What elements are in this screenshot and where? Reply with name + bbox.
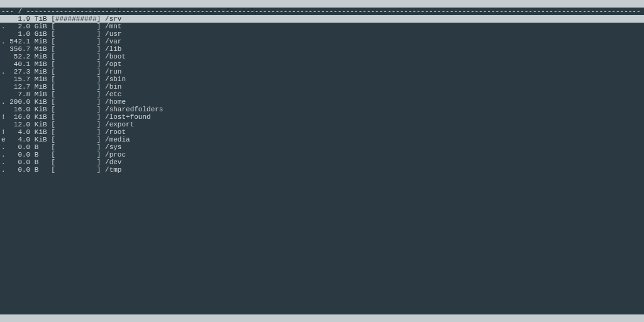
list-row[interactable]: . 2.0 GiB [ ] /mnt [0,23,644,30]
list-row[interactable]: 12.0 KiB [ ] /export [0,121,644,128]
list-row[interactable]: 7.8 MiB [ ] /etc [0,91,644,98]
list-row[interactable]: . 0.0 B [ ] /dev [0,158,644,166]
title-bar: ncdu 1.13 ~ Use the arrow keys to naviga… [0,0,644,8]
list-row[interactable]: 40.1 MiB [ ] /opt [0,60,644,68]
list-row[interactable]: 15.7 MiB [ ] /sbin [0,75,644,83]
list-row[interactable]: e 4.0 KiB [ ] /media [0,136,644,143]
list-row[interactable]: 1.9 TiB [##########] /srv [0,15,644,23]
list-row[interactable]: . 0.0 B [ ] /tmp [0,166,644,174]
list-row[interactable]: . 542.1 MiB [ ] /var [0,38,644,45]
directory-listing[interactable]: 1.9 TiB [##########] /srv. 2.0 GiB [ ] /… [0,15,644,174]
list-row[interactable]: ! 16.0 KiB [ ] /lost+found [0,113,644,121]
list-row[interactable]: ! 4.0 KiB [ ] /root [0,128,644,136]
list-row[interactable]: 12.7 MiB [ ] /bin [0,83,644,91]
breadcrumb-row: --- / ----------------------------------… [0,8,644,15]
list-row[interactable]: 52.2 MiB [ ] /boot [0,53,644,60]
list-row[interactable]: 16.0 KiB [ ] /sharedfolders [0,106,644,113]
list-row[interactable]: 356.7 MiB [ ] /lib [0,45,644,53]
list-row[interactable]: . 0.0 B [ ] /proc [0,151,644,158]
list-row[interactable]: 1.0 GiB [ ] /usr [0,30,644,38]
list-row[interactable]: . 27.3 MiB [ ] /run [0,68,644,75]
list-row[interactable]: . 200.0 KiB [ ] /home [0,98,644,106]
list-row[interactable]: . 0.0 B [ ] /sys [0,143,644,151]
status-bar: Total disk usage: 1.9 TiB Apparent size:… [0,314,644,322]
